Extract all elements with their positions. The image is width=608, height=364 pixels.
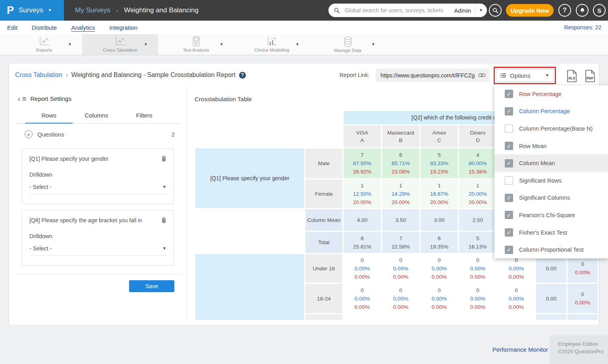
- menu-item-fisher-s-exact-test[interactable]: ✓Fisher's Exact Test: [494, 224, 608, 241]
- menu-item-label: Row Mean: [519, 143, 546, 149]
- collapse-panel-icon: ‹ ≡: [18, 97, 27, 101]
- save-button[interactable]: Save: [129, 280, 174, 292]
- report-header: Cross Tabulation › Weighting and Balanci…: [15, 71, 246, 79]
- toolbar-module-manage-data[interactable]: Manage Data▼: [310, 34, 386, 55]
- chevron-down-icon: ▼: [162, 247, 166, 250]
- toolbar-module-label: Cross-Tabulation: [103, 48, 137, 52]
- row-mean-cell: [536, 314, 566, 320]
- data-cell: 114.29%20.00%: [382, 179, 419, 208]
- survey-nav: EditDistributeAnalyticsIntegration: [0, 21, 608, 34]
- menu-item-column-proportional-test[interactable]: ✓Column Proportional Test: [494, 241, 608, 258]
- chevron-down-icon[interactable]: ▼: [220, 42, 224, 46]
- checked-checkbox-icon[interactable]: ✓: [505, 107, 513, 116]
- menu-item-label: Significant Columns: [519, 195, 570, 201]
- page-footer: Performance Monitor Employee Edition ©20…: [0, 325, 608, 364]
- row-header: 18-24: [305, 284, 342, 313]
- drilldown-select[interactable]: - Select -▼: [29, 245, 166, 256]
- report-link-box[interactable]: https://www.questionpro.com/t/lFFCZg: [376, 69, 489, 82]
- report-url[interactable]: https://www.questionpro.com/t/lFFCZg: [380, 72, 478, 79]
- copyright-label: ©2020 QuestionPro: [558, 348, 608, 355]
- menu-item-row-percentage[interactable]: ✓Row Percentage: [494, 85, 608, 103]
- tab-rows[interactable]: Rows: [25, 112, 73, 124]
- toolbar-module-text-analysis[interactable]: Text Analysis▼: [158, 34, 234, 55]
- toolbar-module-cross-tabulation[interactable]: Cross-Tabulation▼: [82, 34, 158, 55]
- panel-divider: [187, 85, 187, 322]
- document-icon: [192, 36, 201, 47]
- search-scope-admin[interactable]: Admin: [454, 7, 471, 14]
- export-xls-button[interactable]: XLS: [567, 70, 577, 82]
- data-cell: [344, 314, 381, 320]
- cross-tabulation-link[interactable]: Cross Tabulation: [15, 71, 62, 79]
- row-header: [305, 314, 342, 320]
- chevron-down-icon[interactable]: ▼: [371, 42, 375, 46]
- options-button[interactable]: Options ▼: [496, 69, 554, 82]
- menu-item-column-percentage[interactable]: ✓Column Percentage: [494, 103, 608, 120]
- nav-item-analytics[interactable]: Analytics: [71, 24, 95, 31]
- data-cell: 00.00%0.00%: [344, 284, 381, 313]
- trash-icon[interactable]: [161, 217, 166, 223]
- menu-item-column-mean[interactable]: ✓Column Mean: [494, 154, 608, 172]
- menu-item-column-percentage-base-n[interactable]: Column Percentage(Base N): [494, 120, 608, 137]
- data-cell: 4.00: [344, 209, 381, 231]
- drilldown-select[interactable]: - Select -▼: [29, 184, 166, 194]
- question-mark-icon: ?: [563, 7, 567, 14]
- data-cell: 00.00%0.00%: [421, 254, 458, 283]
- question-card: [Q1] Please specify your genderDrilldown…: [22, 148, 174, 204]
- trash-icon[interactable]: [161, 156, 166, 162]
- checked-checkbox-icon[interactable]: ✓: [505, 194, 513, 202]
- link-icon[interactable]: [478, 73, 486, 77]
- unchecked-checkbox-icon[interactable]: [505, 124, 513, 133]
- checked-checkbox-icon[interactable]: ✓: [505, 159, 513, 168]
- search-submit-button[interactable]: [489, 4, 502, 17]
- export-pdf-button[interactable]: PDF: [585, 70, 595, 82]
- row-header: Female: [305, 179, 342, 208]
- data-cell: 00.00%0.00%: [421, 284, 458, 313]
- performance-monitor-link[interactable]: Performance Monitor: [492, 346, 548, 353]
- chevron-down-icon[interactable]: ▼: [144, 42, 148, 46]
- menu-item-significant-columns[interactable]: ✓Significant Columns: [494, 189, 608, 207]
- checked-checkbox-icon[interactable]: ✓: [505, 228, 513, 237]
- questionpro-logo: P: [7, 4, 14, 17]
- report-title: Weighting and Balancing - Sample Crossta…: [71, 71, 235, 79]
- divider: [15, 274, 181, 274]
- search-input[interactable]: [344, 7, 454, 14]
- data-cell: 516.13%: [459, 232, 496, 253]
- nav-item-integration[interactable]: Integration: [109, 24, 137, 31]
- tab-filters[interactable]: Filters: [120, 112, 168, 124]
- questions-count: 2: [172, 131, 175, 138]
- nav-item-distribute[interactable]: Distribute: [32, 24, 57, 31]
- upgrade-now-button[interactable]: Upgrade Now: [506, 4, 554, 17]
- chevron-down-icon[interactable]: ▼: [295, 42, 299, 46]
- data-cell: 112.50%20.00%: [344, 179, 381, 208]
- unchecked-checkbox-icon[interactable]: [505, 176, 513, 185]
- report-settings-label: Report Settings: [31, 95, 71, 102]
- report-settings-toggle[interactable]: ‹ ≡ Report Settings: [18, 95, 71, 102]
- chevron-down-icon[interactable]: ▼: [68, 42, 72, 46]
- product-name: Surveys: [19, 6, 43, 14]
- help-icon[interactable]: ?: [239, 72, 246, 79]
- checked-checkbox-icon[interactable]: ✓: [505, 246, 513, 254]
- data-cell: 00.00%0.00%: [459, 254, 496, 283]
- nav-item-edit[interactable]: Edit: [7, 24, 17, 31]
- questions-section-header: + Questions 2: [25, 130, 175, 138]
- toolbar-module-choice-modelling[interactable]: Choice Modelling▼: [234, 34, 310, 55]
- menu-item-label: Significant Rows: [519, 177, 562, 184]
- toolbar-module-reports[interactable]: Reports▼: [6, 34, 82, 55]
- breadcrumb-my-surveys[interactable]: My Surveys: [75, 6, 110, 14]
- help-button[interactable]: ?: [558, 4, 571, 17]
- user-avatar[interactable]: S: [593, 4, 606, 17]
- notifications-button[interactable]: [576, 4, 589, 17]
- menu-item-pearson-s-chi-square[interactable]: ✓Pearson's Chi-Square: [494, 206, 608, 224]
- checked-checkbox-icon[interactable]: ✓: [505, 142, 513, 150]
- edition-label: Employee Edition: [558, 340, 608, 348]
- checked-checkbox-icon[interactable]: ✓: [505, 90, 513, 98]
- add-question-icon[interactable]: +: [25, 130, 33, 138]
- menu-item-significant-rows[interactable]: Significant Rows: [494, 172, 608, 189]
- menu-item-row-mean[interactable]: ✓Row Mean: [494, 137, 608, 155]
- checked-checkbox-icon[interactable]: ✓: [505, 211, 513, 219]
- tab-columns[interactable]: Columns: [73, 112, 120, 124]
- chevron-down-icon[interactable]: ▼: [479, 8, 483, 12]
- product-switcher[interactable]: P Surveys ▼: [0, 0, 64, 21]
- row-total-cell: [567, 314, 598, 320]
- data-cell: 3.50: [382, 209, 419, 231]
